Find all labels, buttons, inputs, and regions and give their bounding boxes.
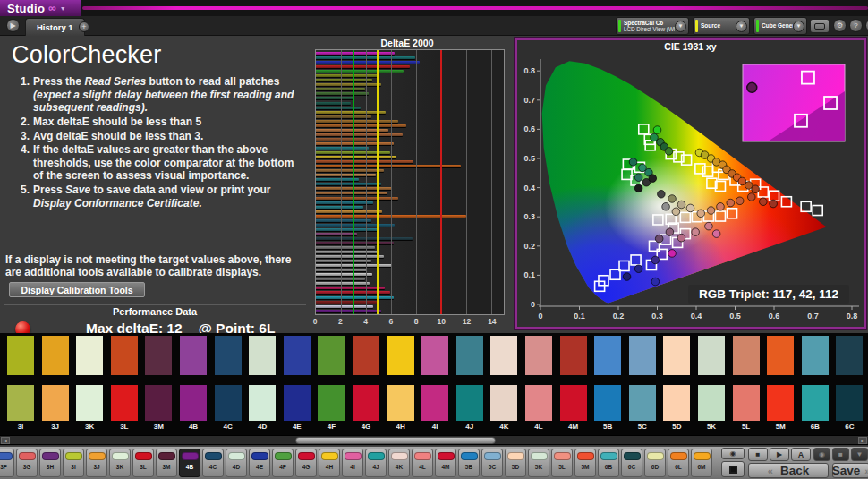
- target-swatch[interactable]: [698, 385, 725, 421]
- measured-swatch[interactable]: [560, 336, 587, 375]
- scroll-right-arrow[interactable]: ▸: [858, 437, 867, 444]
- cie-chart-panel[interactable]: CIE 1931 xy: [515, 38, 866, 329]
- measured-swatch[interactable]: [76, 336, 103, 375]
- patch-chip-3F[interactable]: 3F: [0, 449, 14, 477]
- target-swatch[interactable]: [560, 385, 587, 421]
- target-swatch[interactable]: [353, 385, 379, 421]
- measured-swatch[interactable]: [456, 336, 483, 375]
- patch-chip-3L[interactable]: 3L: [132, 449, 154, 477]
- patch-chip-4E[interactable]: 4E: [249, 449, 270, 477]
- read-patch-button[interactable]: ◉: [721, 448, 745, 459]
- target-swatch[interactable]: [421, 385, 448, 421]
- patch-chip-3I[interactable]: 3I: [63, 449, 84, 477]
- patch-chip-4D[interactable]: 4D: [226, 449, 247, 477]
- target-swatch[interactable]: [525, 385, 552, 421]
- target-swatch[interactable]: [387, 385, 414, 421]
- target-swatch[interactable]: [284, 385, 311, 421]
- scrollbar-thumb[interactable]: [295, 437, 496, 444]
- target-swatch[interactable]: [629, 385, 656, 421]
- patch-chip-3G[interactable]: 3G: [16, 449, 38, 477]
- save-button[interactable]: Save »: [832, 463, 868, 478]
- measured-swatch[interactable]: [215, 336, 242, 375]
- patch-chip-4I[interactable]: 4I: [342, 449, 363, 477]
- target-swatch[interactable]: [836, 385, 863, 421]
- chevron-down-icon[interactable]: ▼: [675, 21, 686, 32]
- meter-dropdown[interactable]: SpectraCal C6 LCD Direct View (White LED…: [616, 17, 689, 35]
- chevron-down-icon[interactable]: ▼: [793, 21, 804, 32]
- measured-swatch[interactable]: [802, 336, 829, 375]
- target-swatch[interactable]: [249, 385, 276, 421]
- stop-series-button[interactable]: [721, 461, 745, 477]
- target-swatch[interactable]: [594, 385, 621, 421]
- aux-button-1[interactable]: ◉: [813, 448, 830, 461]
- patch-chip-4J[interactable]: 4J: [365, 449, 387, 477]
- target-swatch[interactable]: [42, 385, 69, 421]
- patch-chip-5L[interactable]: 5L: [551, 449, 573, 477]
- scroll-left-arrow[interactable]: ◂: [1, 437, 10, 444]
- display-calibration-tools-button[interactable]: Display Calibration Tools: [9, 282, 145, 297]
- patch-chip-5M[interactable]: 5M: [574, 449, 596, 477]
- target-swatch[interactable]: [145, 385, 172, 421]
- source-dropdown[interactable]: Source ▼: [693, 17, 750, 35]
- patch-chip-4F[interactable]: 4F: [272, 449, 294, 477]
- patch-chip-6B[interactable]: 6B: [598, 449, 619, 477]
- patch-chip-4M[interactable]: 4M: [435, 449, 456, 477]
- target-swatch[interactable]: [76, 385, 103, 421]
- tab-history[interactable]: History 1: [25, 18, 85, 36]
- measured-swatch[interactable]: [180, 336, 207, 375]
- patch-chip-4C[interactable]: 4C: [202, 449, 224, 477]
- comparator-scrollbar[interactable]: ◂ ▸: [0, 435, 868, 445]
- target-swatch[interactable]: [111, 385, 138, 421]
- measured-swatch[interactable]: [836, 336, 863, 375]
- target-swatch[interactable]: [318, 385, 345, 421]
- measured-swatch[interactable]: [111, 336, 138, 375]
- deltae-plot-area[interactable]: [315, 49, 505, 315]
- measured-swatch[interactable]: [698, 336, 725, 375]
- measured-swatch[interactable]: [490, 336, 517, 375]
- target-swatch[interactable]: [802, 385, 829, 421]
- measured-swatch[interactable]: [353, 336, 379, 375]
- layout-play-button[interactable]: ▶: [6, 19, 20, 32]
- help-button[interactable]: ?: [849, 19, 863, 32]
- patch-chip-6C[interactable]: 6C: [621, 449, 642, 477]
- app-menu[interactable]: Studio ∞ ▼: [0, 0, 81, 16]
- patch-chip-5C[interactable]: 5C: [481, 449, 503, 477]
- patch-chip-3M[interactable]: 3M: [156, 449, 177, 477]
- back-button[interactable]: « Back: [748, 463, 829, 478]
- patch-chip-3K[interactable]: 3K: [109, 449, 131, 477]
- measured-swatch[interactable]: [7, 336, 34, 375]
- target-swatch[interactable]: [663, 385, 690, 421]
- patch-chip-4B[interactable]: 4B: [179, 449, 200, 477]
- stop-button[interactable]: ■: [748, 448, 768, 461]
- auto-read-button[interactable]: A: [791, 448, 811, 461]
- osd-toggle-button[interactable]: [810, 19, 830, 33]
- chevron-down-icon[interactable]: ▼: [736, 21, 747, 32]
- patch-chip-4L[interactable]: 4L: [412, 449, 433, 477]
- patch-chip-5B[interactable]: 5B: [458, 449, 480, 477]
- patch-chip-6D[interactable]: 6D: [644, 449, 666, 477]
- measured-swatch[interactable]: [387, 336, 414, 375]
- measured-swatch[interactable]: [733, 336, 760, 375]
- measured-swatch[interactable]: [663, 336, 690, 375]
- target-swatch[interactable]: [456, 385, 483, 421]
- measured-swatch[interactable]: [284, 336, 311, 375]
- patch-chip-4G[interactable]: 4G: [295, 449, 317, 477]
- aux-button-2[interactable]: ■: [832, 448, 849, 461]
- target-swatch[interactable]: [767, 385, 794, 421]
- measured-swatch[interactable]: [421, 336, 448, 375]
- patch-chip-3J[interactable]: 3J: [86, 449, 107, 477]
- target-swatch[interactable]: [733, 385, 760, 421]
- patch-chip-6L[interactable]: 6L: [668, 449, 689, 477]
- target-swatch[interactable]: [215, 385, 242, 421]
- measured-swatch[interactable]: [594, 336, 621, 375]
- target-swatch[interactable]: [180, 385, 207, 421]
- add-tab-button[interactable]: +: [79, 21, 89, 32]
- settings-button[interactable]: ⚙: [833, 19, 847, 32]
- patch-chip-3H[interactable]: 3H: [39, 449, 61, 477]
- measured-swatch[interactable]: [42, 336, 69, 375]
- measured-swatch[interactable]: [525, 336, 552, 375]
- patch-chip-4H[interactable]: 4H: [319, 449, 340, 477]
- target-swatch[interactable]: [490, 385, 517, 421]
- patch-chip-4K[interactable]: 4K: [388, 449, 410, 477]
- measured-swatch[interactable]: [629, 336, 656, 375]
